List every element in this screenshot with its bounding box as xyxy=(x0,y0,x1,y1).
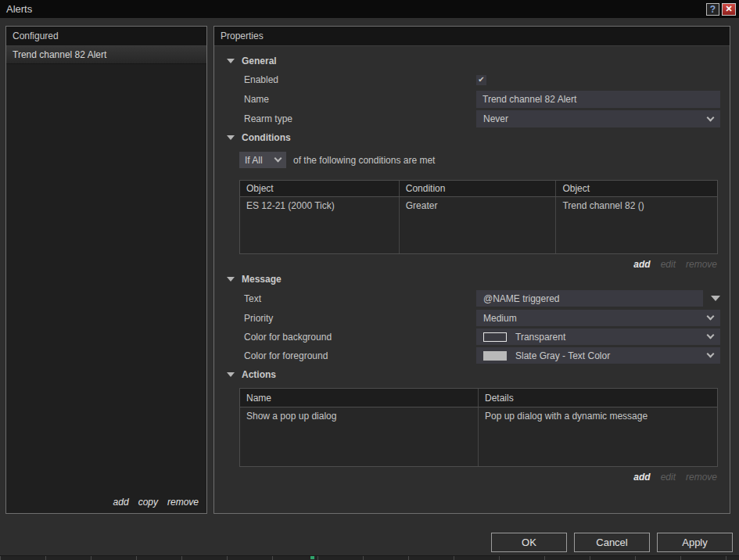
alerts-dialog: Alerts ? ✕ Configured Trend channel 82 A… xyxy=(0,0,739,560)
section-title: Actions xyxy=(242,369,276,380)
background-color-select[interactable]: Transparent xyxy=(476,328,720,345)
enabled-checkbox[interactable]: ✔ xyxy=(476,75,486,85)
ok-button[interactable]: OK xyxy=(491,533,567,552)
edit-action-link[interactable]: edit xyxy=(661,472,676,483)
alert-list: Trend channel 82 Alert xyxy=(6,46,206,497)
properties-panel: Properties General Enabled ✔ Name Rearm … xyxy=(213,26,730,514)
background-color-label: Color for background xyxy=(244,332,476,343)
enabled-row: Enabled ✔ xyxy=(214,74,730,86)
rearm-type-label: Rearm type xyxy=(244,113,476,124)
condition-mode-select[interactable]: If All xyxy=(239,152,286,168)
collapse-arrow-icon xyxy=(227,277,235,282)
edit-condition-link[interactable]: edit xyxy=(661,259,676,270)
table-cell[interactable]: ES 12-21 (2000 Tick) xyxy=(240,197,400,253)
list-item[interactable]: Trend channel 82 Alert xyxy=(6,46,206,64)
underlying-green-mark xyxy=(310,556,314,559)
conditions-table: Object Condition Object ES 12-21 (2000 T… xyxy=(239,180,718,254)
background-color-value: Transparent xyxy=(515,332,565,343)
enabled-label: Enabled xyxy=(244,74,476,85)
close-icon: ✕ xyxy=(725,4,732,14)
add-alert-link[interactable]: add xyxy=(113,497,129,508)
add-action-link[interactable]: add xyxy=(633,472,650,483)
add-condition-link[interactable]: add xyxy=(633,259,650,270)
actions-table-header: Name Details xyxy=(240,389,717,407)
actions-table: Name Details Show a pop up dialog Pop up… xyxy=(239,388,718,467)
column-header[interactable]: Object xyxy=(556,181,717,196)
section-title: General xyxy=(242,56,277,66)
column-header[interactable]: Details xyxy=(479,389,717,407)
section-general[interactable]: General xyxy=(214,56,730,66)
conditions-table-header: Object Condition Object xyxy=(240,181,717,197)
cancel-button[interactable]: Cancel xyxy=(574,533,650,552)
dropdown-arrow-icon[interactable] xyxy=(711,296,720,301)
name-label: Name xyxy=(244,94,476,105)
chevron-down-icon xyxy=(274,155,282,163)
close-button[interactable]: ✕ xyxy=(722,3,736,16)
message-text-value: @NAME triggered xyxy=(483,293,560,304)
collapse-arrow-icon xyxy=(227,59,235,63)
priority-label: Priority xyxy=(244,313,476,324)
section-title: Conditions xyxy=(242,132,291,143)
underlying-window-strip xyxy=(0,555,739,560)
table-cell[interactable]: Greater xyxy=(400,197,557,253)
column-header[interactable]: Object xyxy=(240,181,400,196)
section-conditions[interactable]: Conditions xyxy=(214,132,730,143)
chevron-down-icon xyxy=(707,332,715,339)
priority-value: Medium xyxy=(483,313,517,324)
priority-row: Priority Medium xyxy=(214,310,730,326)
table-cell[interactable]: Show a pop up dialog xyxy=(240,407,479,466)
foreground-color-row: Color for foreground Slate Gray - Text C… xyxy=(214,347,730,364)
configured-panel-header: Configured xyxy=(6,27,206,46)
conditions-links: add edit remove xyxy=(214,259,717,270)
color-swatch xyxy=(483,351,507,361)
priority-select[interactable]: Medium xyxy=(476,310,720,326)
background-color-row: Color for background Transparent xyxy=(214,328,730,345)
condition-mode-value: If All xyxy=(245,155,263,166)
chevron-down-icon xyxy=(707,113,715,121)
table-cell[interactable]: Trend channel 82 () xyxy=(556,197,717,253)
alert-name-label: Trend channel 82 Alert xyxy=(13,49,106,60)
check-icon: ✔ xyxy=(478,76,484,84)
conditions-table-body: ES 12-21 (2000 Tick) Greater Trend chann… xyxy=(240,197,717,253)
rearm-type-select[interactable]: Never xyxy=(476,110,720,127)
actions-links: add edit remove xyxy=(214,472,717,483)
table-cell[interactable]: Pop up dialog with a dynamic message xyxy=(479,407,717,466)
dialog-footer: OK Cancel Apply xyxy=(491,533,733,552)
chevron-down-icon xyxy=(707,313,715,321)
section-message[interactable]: Message xyxy=(214,274,730,285)
message-text-label: Text xyxy=(244,293,476,304)
condition-mode-row: If All of the following conditions are m… xyxy=(239,152,730,168)
copy-alert-link[interactable]: copy xyxy=(138,497,158,508)
section-title: Message xyxy=(242,274,282,285)
collapse-arrow-icon xyxy=(227,135,235,140)
actions-table-body: Show a pop up dialog Pop up dialog with … xyxy=(240,407,717,466)
name-input[interactable] xyxy=(476,91,720,108)
message-text-row: Text @NAME triggered xyxy=(214,290,730,307)
remove-condition-link[interactable]: remove xyxy=(686,259,717,270)
title-bar-buttons: ? ✕ xyxy=(706,3,739,16)
color-swatch xyxy=(483,332,507,342)
window-title: Alerts xyxy=(0,3,32,15)
column-header[interactable]: Name xyxy=(240,389,479,407)
section-actions[interactable]: Actions xyxy=(214,369,730,380)
remove-alert-link[interactable]: remove xyxy=(167,497,199,508)
apply-button[interactable]: Apply xyxy=(657,533,733,552)
help-button[interactable]: ? xyxy=(706,3,719,16)
rearm-row: Rearm type Never xyxy=(214,110,730,127)
foreground-color-select[interactable]: Slate Gray - Text Color xyxy=(476,347,720,364)
foreground-color-label: Color for foreground xyxy=(244,350,476,361)
foreground-color-value: Slate Gray - Text Color xyxy=(515,350,610,361)
column-header[interactable]: Condition xyxy=(400,181,557,196)
configured-panel: Configured Trend channel 82 Alert add co… xyxy=(5,26,207,514)
message-text-combo[interactable]: @NAME triggered xyxy=(476,290,703,307)
properties-panel-header: Properties xyxy=(214,27,730,46)
remove-action-link[interactable]: remove xyxy=(686,472,717,483)
chevron-down-icon xyxy=(707,350,715,358)
rearm-type-value: Never xyxy=(483,113,508,124)
collapse-arrow-icon xyxy=(227,372,235,377)
configured-links: add copy remove xyxy=(6,497,206,513)
name-row: Name xyxy=(214,91,730,108)
question-icon: ? xyxy=(710,4,716,15)
condition-mode-suffix: of the following conditions are met xyxy=(293,155,435,166)
title-bar: Alerts ? ✕ xyxy=(0,0,739,18)
